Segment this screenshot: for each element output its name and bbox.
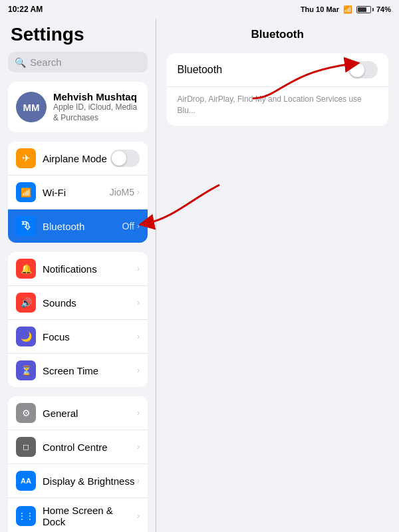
battery-icon: 74% [356,5,391,13]
right-panel: Bluetooth Bluetooth AirDrop, AirPlay, Fi… [156,19,400,532]
notifications-chevron: › [137,264,140,273]
wifi-label: Wi-Fi [43,187,110,198]
bluetooth-panel-toggle[interactable] [348,61,378,78]
status-time: 10:22 AM [8,5,43,14]
display-brightness-chevron: › [137,476,140,485]
bluetooth-chevron: › [137,221,140,231]
general-label: General [43,408,137,419]
airplane-mode-toggle[interactable] [110,150,140,167]
sidebar-item-control-centre[interactable]: ◻ Control Centre › [8,430,148,464]
control-centre-icon: ◻ [16,437,36,457]
search-icon: 🔍 [15,57,26,68]
settings-group-device: ⚙ General › ◻ Control Centre › AA Displa… [8,396,148,532]
avatar: MM [16,92,47,122]
notifications-icon: 🔔 [16,259,36,279]
settings-group-connectivity: ✈ Airplane Mode 📶 Wi-Fi JioM5 › ⮷ B [8,142,148,243]
battery-label: 74% [376,5,391,13]
bluetooth-toggle-row: Bluetooth [167,53,389,87]
sounds-icon: 🔊 [16,293,36,313]
home-screen-chevron: › [137,511,140,521]
notifications-label: Notifications [43,263,137,275]
wifi-value: JioM5 [110,187,134,198]
date-label: Thu 10 Mar [301,5,339,13]
time-label: 10:22 AM [8,5,43,14]
display-brightness-label: Display & Brightness [43,475,137,487]
focus-icon: 🌙 [16,327,36,346]
profile-info: Mehvish Mushtaq Apple ID, iCloud, Media&… [53,91,137,123]
control-centre-chevron: › [137,442,140,452]
profile-name: Mehvish Mushtaq [53,91,137,102]
sidebar-item-sounds[interactable]: 🔊 Sounds › [8,286,148,320]
bluetooth-value: Off [122,221,134,231]
airplane-mode-label: Airplane Mode [43,153,110,164]
sounds-chevron: › [137,298,140,307]
sidebar-item-screen-time[interactable]: ⏳ Screen Time › [8,354,148,387]
bluetooth-setting-label: Bluetooth [178,64,349,76]
sidebar-item-notifications[interactable]: 🔔 Notifications › [8,252,148,286]
bluetooth-label: Bluetooth [43,221,122,232]
home-screen-label: Home Screen & Dock [43,505,137,527]
sidebar-item-focus[interactable]: 🌙 Focus › [8,320,148,354]
settings-group-system: 🔔 Notifications › 🔊 Sounds › 🌙 Focus › [8,252,148,387]
wifi-settings-icon: 📶 [16,182,36,202]
sidebar-item-airplane-mode[interactable]: ✈ Airplane Mode [8,142,148,176]
search-bar[interactable]: 🔍 Search [8,52,148,72]
bluetooth-description: AirDrop, AirPlay, Find My and Location S… [167,87,389,126]
general-chevron: › [137,408,140,418]
main-container: Settings 🔍 Search MM Mehvish Mushtaq App… [0,19,399,532]
focus-chevron: › [137,332,140,341]
wifi-icon: 📶 [343,5,352,14]
panel-title: Bluetooth [251,28,304,41]
sounds-label: Sounds [43,297,137,309]
sidebar-title: Settings [0,19,156,52]
screen-time-icon: ⏳ [16,360,36,380]
focus-label: Focus [43,331,137,342]
screen-time-chevron: › [137,366,140,375]
status-bar: 10:22 AM Thu 10 Mar 📶 74% [0,0,399,19]
sidebar-item-wifi[interactable]: 📶 Wi-Fi JioM5 › [8,176,148,209]
bluetooth-settings-icon: ⮷ [16,216,36,236]
screen-time-label: Screen Time [43,365,137,376]
bluetooth-settings-card: Bluetooth AirDrop, AirPlay, Find My and … [167,53,389,126]
sidebar: Settings 🔍 Search MM Mehvish Mushtaq App… [0,19,156,532]
profile-sub: Apple ID, iCloud, Media& Purchases [53,102,137,123]
airplane-mode-icon: ✈ [16,148,36,168]
sidebar-item-home-screen[interactable]: ⋮⋮ Home Screen & Dock › [8,498,148,532]
panel-header: Bluetooth [156,19,400,48]
home-screen-icon: ⋮⋮ [16,506,36,526]
wifi-chevron: › [137,188,140,197]
sidebar-item-display-brightness[interactable]: AA Display & Brightness › [8,464,148,498]
search-placeholder: Search [30,57,62,68]
sidebar-item-bluetooth[interactable]: ⮷ Bluetooth Off › [8,209,148,243]
profile-card[interactable]: MM Mehvish Mushtaq Apple ID, iCloud, Med… [8,82,148,132]
control-centre-label: Control Centre [43,442,137,453]
sidebar-item-general[interactable]: ⚙ General › [8,396,148,430]
general-icon: ⚙ [16,403,36,423]
status-right: Thu 10 Mar 📶 74% [301,5,391,14]
display-brightness-icon: AA [16,471,36,491]
